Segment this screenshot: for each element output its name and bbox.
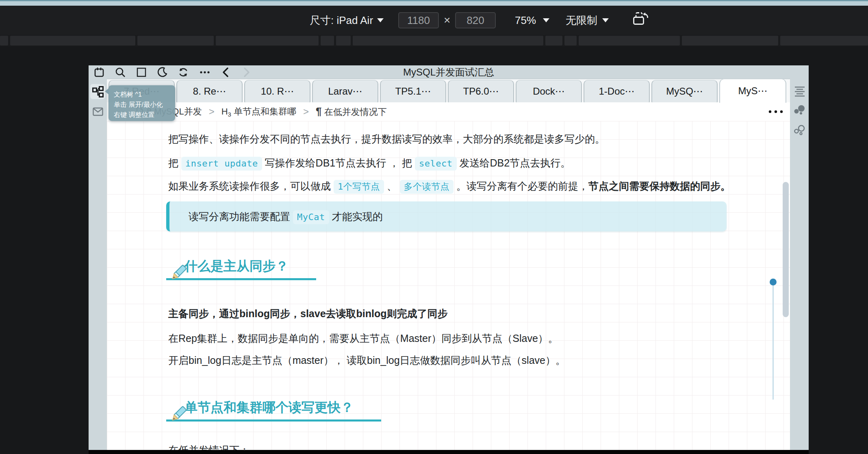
- tab-thumbnail[interactable]: [10, 36, 135, 45]
- blockquote[interactable]: 读写分离功能需要配置 MyCat 才能实现的: [166, 201, 727, 231]
- inline-code[interactable]: 1个写节点: [334, 180, 384, 194]
- tab-thumbnail[interactable]: [564, 36, 577, 45]
- file-tree-tooltip: 文档树 ^1 单击 展开/最小化 右键 调整位置: [108, 85, 175, 121]
- zoom-level-label[interactable]: 75%: [515, 14, 536, 27]
- throttle-caret-icon[interactable]: [602, 18, 609, 22]
- tab-thumbnail[interactable]: [682, 36, 778, 45]
- heading-h3[interactable]: 什么是主从同步？: [166, 256, 316, 280]
- tooltip-line: 单击 展开/最小化: [114, 99, 175, 110]
- browser-tabs-overview-strip: [0, 35, 868, 46]
- heading-h3[interactable]: 单节点和集群哪个读写更快？: [166, 398, 381, 422]
- paragraph[interactable]: 把 insert update 写操作发给DB1节点去执行 ， 把 select…: [168, 155, 745, 171]
- paragraph-mark-icon: ¶: [316, 105, 321, 117]
- breadcrumb-heading[interactable]: H3 单节点和集群哪: [221, 106, 296, 118]
- inbox-dock-button[interactable]: [90, 104, 105, 119]
- breadcrumb-more-icon[interactable]: [768, 110, 783, 113]
- paragraph[interactable]: 在Rep集群上，数据同步是单向的，需要从主节点（Master）同步到从节点（Sl…: [168, 331, 745, 346]
- inline-code[interactable]: 多个读节点: [400, 180, 454, 194]
- inline-code[interactable]: select: [415, 157, 456, 171]
- breadcrumb-paragraph[interactable]: ¶ 在低并发情况下: [316, 105, 387, 118]
- paragraph[interactable]: 开启bin_log日志是主节点（master）， 读取bin_log日志做数据同…: [168, 352, 745, 368]
- paragraph[interactable]: 如果业务系统读操作很多，可以做成 1个写节点 、 多个读节点 。读写分离有个必要…: [168, 178, 745, 194]
- graph-icon: [794, 125, 806, 137]
- viewport-height-input[interactable]: 820: [455, 12, 496, 28]
- tab-thumbnail[interactable]: [353, 36, 543, 45]
- document-tab-bar: 7.Red⋯ 8. Re⋯ 10. R⋯ Larav⋯ TP5.1⋯ TP6.0…: [107, 79, 790, 102]
- tab-thumbnail[interactable]: [321, 36, 334, 45]
- tab-doc-7[interactable]: Dock⋯: [516, 80, 582, 103]
- breadcrumb: 8.MySQL并发 > H3 单节点和集群哪 > ¶ 在低并发情况下: [107, 102, 790, 121]
- tab-thumbnail[interactable]: [216, 36, 319, 45]
- tab-doc-2[interactable]: 8. Re⋯: [176, 80, 243, 103]
- pencil-icon: [169, 265, 187, 283]
- backlinks-dock-button[interactable]: [792, 103, 807, 118]
- device-emulation-toolbar: 尺寸: iPad Air 1180 × 820 75% 无限制: [0, 6, 868, 35]
- window-top-strip: [0, 1, 868, 6]
- window-title: MySQL并发面试汇总: [89, 65, 809, 79]
- tab-doc-5[interactable]: TP5.1⋯: [380, 80, 446, 103]
- right-dock: [790, 79, 809, 450]
- inline-code[interactable]: insert update: [181, 157, 262, 171]
- device-size-label[interactable]: 尺寸: iPad Air: [310, 13, 373, 28]
- viewport-width-input[interactable]: 1180: [398, 12, 439, 28]
- device-size-caret-icon[interactable]: [377, 18, 384, 22]
- tooltip-title: 文档树 ^1: [114, 89, 175, 99]
- tooltip-line: 右键 调整位置: [114, 110, 175, 120]
- tab-thumbnail[interactable]: [0, 36, 8, 45]
- tab-thumbnail[interactable]: [545, 36, 562, 45]
- tab-doc-10-active[interactable]: MyS⋯: [719, 79, 786, 103]
- scrollbar-thumb[interactable]: [783, 182, 789, 317]
- position-indicator-dot[interactable]: [770, 279, 777, 285]
- rotate-device-icon[interactable]: [633, 12, 649, 28]
- position-indicator-line: [773, 285, 774, 400]
- paragraph[interactable]: 在低并发情况下：: [168, 442, 745, 450]
- tab-thumbnail[interactable]: [336, 36, 351, 45]
- outline-dock-button[interactable]: [792, 84, 807, 99]
- siyuan-app-window: MySQL并发面试汇总: [89, 65, 809, 454]
- tab-thumbnail[interactable]: [137, 36, 214, 45]
- pencil-icon: [169, 406, 187, 425]
- page-bottom-strip: [89, 450, 809, 454]
- tab-thumbnail[interactable]: [780, 36, 868, 45]
- tab-doc-6[interactable]: TP6.0⋯: [448, 80, 514, 103]
- breadcrumb-separator-icon: >: [209, 106, 215, 117]
- tab-doc-8[interactable]: 1-Doc⋯: [584, 80, 650, 103]
- throttling-label[interactable]: 无限制: [566, 13, 597, 28]
- outline-icon: [794, 86, 805, 97]
- tab-doc-4[interactable]: Larav⋯: [312, 80, 378, 103]
- graph-dock-button[interactable]: [792, 123, 807, 138]
- file-tree-icon: [92, 86, 104, 97]
- backlinks-icon: [794, 105, 806, 117]
- paragraph[interactable]: 把写操作、读操作分发不同的节点去执行，提升数据读写的效率，大部分的系统都是读多写…: [168, 131, 745, 147]
- editor-area[interactable]: 把写操作、读操作分发不同的节点去执行，提升数据读写的效率，大部分的系统都是读多写…: [107, 121, 790, 450]
- envelope-icon: [93, 106, 103, 117]
- inline-code[interactable]: MyCat: [293, 210, 329, 224]
- paragraph[interactable]: 主备同步，通过binlog同步，slave去读取binlog则完成了同步: [168, 306, 745, 321]
- file-tree-dock-button[interactable]: [90, 84, 105, 99]
- tab-thumbnail[interactable]: [579, 36, 680, 45]
- tab-doc-3[interactable]: 10. R⋯: [244, 80, 310, 103]
- tab-doc-9[interactable]: MySQ⋯: [651, 80, 718, 103]
- zoom-caret-icon[interactable]: [543, 18, 549, 22]
- app-toolbar: MySQL并发面试汇总: [89, 65, 809, 79]
- left-dock: [89, 79, 107, 450]
- tooltip-arrow: [105, 88, 109, 95]
- dimension-times-label: ×: [444, 14, 450, 27]
- breadcrumb-separator-icon: >: [303, 106, 309, 117]
